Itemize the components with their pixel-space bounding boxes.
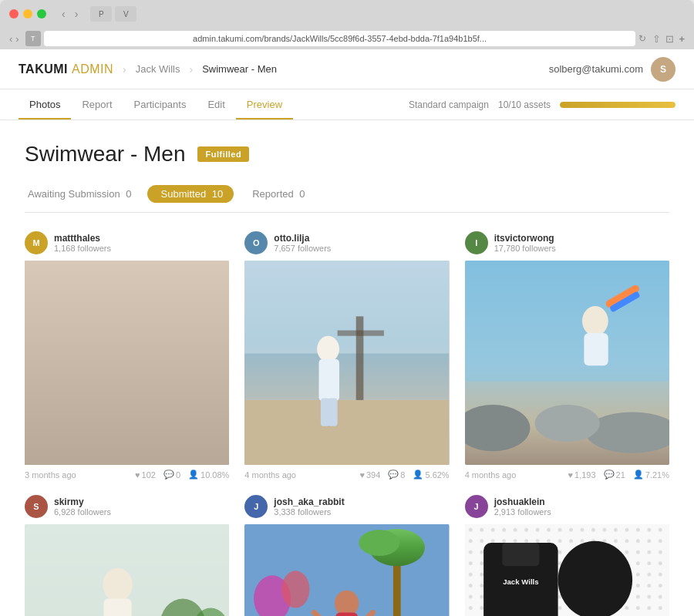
photo-time: 3 months ago	[25, 470, 76, 480]
card-followers: 1,168 followers	[54, 244, 111, 253]
campaign-info: Standard campaign 10/10 assets	[409, 99, 675, 110]
progress-bar-fill	[560, 102, 675, 108]
filter-awaiting[interactable]: Awaiting Submission 0	[25, 185, 132, 203]
card-username[interactable]: josh_aka_rabbit	[274, 497, 344, 507]
card-followers: 17,780 followers	[494, 244, 556, 253]
card-header: I itsvictorwong 17,780 followers	[465, 231, 669, 254]
card-header: S skirmy 6,928 followers	[25, 495, 229, 518]
header-right: solberg@takumi.com S	[549, 57, 675, 82]
filter-submitted[interactable]: Submitted 10	[147, 185, 234, 203]
card-username[interactable]: mattthales	[54, 233, 111, 244]
photo-image[interactable]	[25, 261, 229, 465]
progress-bar	[560, 102, 675, 108]
card-username[interactable]: itsvictorwong	[494, 233, 556, 244]
filter-reported[interactable]: Reported 0	[249, 185, 305, 203]
card-username[interactable]: joshuaklein	[494, 497, 551, 507]
app-nav: Photos Report Participants Edit Preview …	[0, 89, 694, 120]
tab-edit[interactable]: Edit	[197, 89, 235, 119]
browser-titlebar: ‹ › P V	[0, 0, 694, 28]
brand-takumi: TAKUMI	[19, 62, 68, 76]
browser-nav: ‹ ›	[59, 6, 81, 22]
photo-meta: 3 months ago ♥ 102 💬 0 👤 10.08%	[25, 470, 229, 480]
refresh-icon[interactable]: ↻	[638, 33, 646, 44]
brand-admin: ADMIN	[72, 62, 113, 76]
svg-rect-4	[105, 409, 122, 446]
svg-text:Jack Wills: Jack Wills	[503, 578, 538, 587]
svg-rect-1	[25, 372, 229, 466]
svg-rect-5	[125, 409, 142, 446]
photo-image[interactable]	[244, 261, 449, 465]
photo-card: J joshuaklein 2,913 followers	[465, 495, 669, 616]
comments-stat: 💬 8	[388, 470, 405, 480]
photo-card: I itsvictorwong 17,780 followers	[465, 231, 669, 480]
svg-point-41	[335, 591, 359, 616]
tab-participants[interactable]: Participants	[123, 89, 197, 119]
svg-rect-3	[110, 337, 143, 411]
engagement-stat: 👤 10.08%	[188, 470, 229, 480]
card-header: J joshuaklein 2,913 followers	[465, 495, 669, 518]
svg-point-12	[317, 336, 339, 362]
card-username[interactable]: otto.lilja	[274, 233, 331, 244]
back-button[interactable]: ‹	[59, 6, 69, 22]
forward-button[interactable]: ›	[72, 6, 82, 22]
avatar-image: J	[244, 495, 268, 518]
card-followers: 2,913 followers	[494, 507, 551, 517]
card-followers: 6,928 followers	[54, 507, 111, 517]
photo-card: O otto.lilja 7,657 followers	[244, 231, 449, 480]
svg-point-20	[534, 405, 599, 442]
photo-stats: ♥ 394 💬 8 👤 5.62%	[359, 470, 449, 480]
svg-point-51	[558, 541, 632, 616]
likes-stat: ♥ 102	[135, 470, 156, 480]
svg-rect-8	[244, 354, 449, 400]
share-icon[interactable]: ⇧	[652, 33, 661, 45]
new-tab-icon[interactable]: +	[679, 33, 685, 45]
tab-photos[interactable]: Photos	[19, 89, 71, 119]
avatar: S	[651, 57, 675, 82]
campaign-type: Standard campaign	[409, 99, 489, 110]
card-avatar: O	[244, 231, 268, 254]
likes-stat: ♥ 394	[359, 470, 380, 480]
card-followers: 3,338 followers	[274, 507, 344, 517]
maximize-button[interactable]	[37, 9, 46, 19]
tab-preview[interactable]: Preview	[236, 89, 293, 119]
avatar-image: O	[244, 231, 268, 254]
card-username[interactable]: skirmy	[54, 497, 111, 507]
svg-rect-31	[104, 599, 132, 616]
card-avatar: J	[244, 495, 268, 518]
address-bar: ‹ › T ↻ ⇧ ⊡ +	[0, 28, 694, 49]
avatar-image: J	[465, 495, 488, 518]
photo-image[interactable]	[244, 524, 449, 616]
close-button[interactable]	[9, 9, 19, 19]
tab-extension-1[interactable]: P	[90, 6, 112, 22]
comments-stat: 💬 0	[163, 470, 180, 480]
tab-extension-2[interactable]: V	[115, 6, 136, 22]
svg-rect-17	[465, 261, 669, 382]
tab-report[interactable]: Report	[71, 89, 123, 119]
main-content: Swimwear - Men Fulfilled Awaiting Submis…	[0, 120, 694, 616]
nav-tabs: Photos Report Participants Edit Preview	[19, 89, 293, 119]
breadcrumb-separator-2: ›	[190, 63, 194, 76]
svg-point-21	[582, 306, 608, 336]
svg-rect-49	[502, 543, 539, 566]
svg-rect-22	[584, 333, 608, 365]
svg-rect-7	[244, 261, 449, 354]
svg-point-2	[106, 292, 147, 341]
card-header: O otto.lilja 7,657 followers	[244, 231, 449, 254]
photo-meta: 4 months ago ♥ 394 💬 8 👤 5.62%	[244, 470, 449, 480]
fulfilled-badge: Fulfilled	[197, 146, 249, 162]
breadcrumb-jack-wills[interactable]: Jack Wills	[136, 63, 180, 75]
forward-nav-icon[interactable]: ›	[15, 33, 19, 45]
photo-image[interactable]	[25, 524, 229, 616]
photo-image[interactable]	[465, 261, 669, 465]
card-followers: 7,657 followers	[274, 244, 331, 253]
header-left: TAKUMI ADMIN › Jack Wills › Swimwear - M…	[19, 62, 277, 76]
card-user-info: josh_aka_rabbit 3,338 followers	[274, 497, 344, 517]
engagement-stat: 👤 7.21%	[633, 470, 669, 480]
browser-toolbar-icons: ⇧ ⊡ +	[652, 33, 685, 45]
page-title: Swimwear - Men	[25, 142, 185, 167]
photo-image[interactable]: Jack Wills	[465, 524, 669, 616]
minimize-button[interactable]	[23, 9, 32, 19]
resize-icon[interactable]: ⊡	[665, 33, 674, 45]
back-nav-icon[interactable]: ‹	[9, 33, 12, 45]
address-input[interactable]	[44, 31, 636, 46]
